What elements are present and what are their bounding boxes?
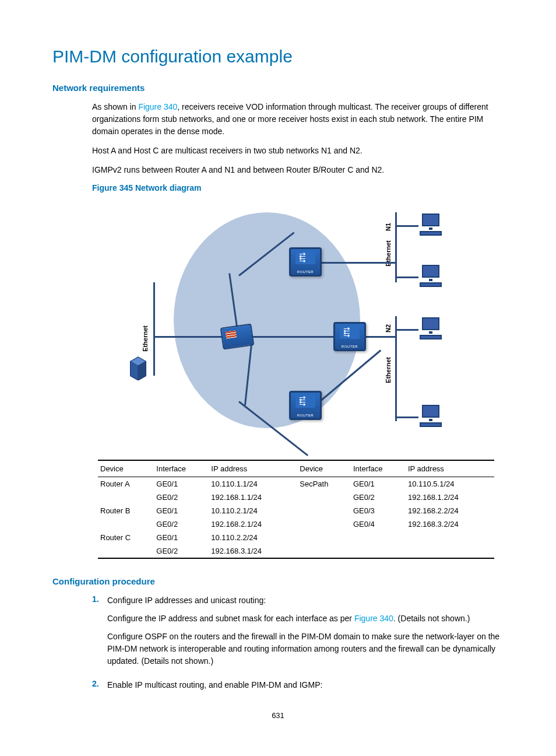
table-cell: GE0/1 — [154, 504, 209, 517]
section-network-requirements: Network requirements — [52, 83, 504, 93]
paragraph-nr1: As shown in Figure 340, receivers receiv… — [92, 101, 504, 138]
table-cell: 10.110.2.1/24 — [209, 504, 297, 517]
router-b-icon: ⇄⇆ROUTER — [333, 322, 366, 351]
table-cell — [351, 544, 406, 558]
host-a-icon — [417, 214, 444, 240]
table-cell: 10.110.5.1/24 — [406, 477, 494, 491]
table-cell: Router B — [98, 504, 154, 517]
link-rb-n2 — [361, 336, 395, 338]
host-b-icon — [417, 265, 444, 292]
th-device-1: Device — [98, 460, 154, 477]
link-n1-vert — [395, 212, 397, 282]
table-cell — [406, 531, 494, 544]
host-c-icon — [417, 317, 444, 344]
table-cell: GE0/1 — [154, 477, 209, 491]
page-title: PIM-DM configuration example — [52, 47, 504, 66]
table-cell — [98, 491, 154, 504]
table-cell: 192.168.1.2/24 — [406, 491, 494, 504]
section-config-procedure: Configuration procedure — [52, 576, 504, 586]
procedure-step-2: 2. Enable IP multicast routing, and enab… — [92, 679, 504, 697]
link-server-firewall — [153, 336, 223, 338]
link-ra-n1 — [321, 262, 395, 264]
table-cell: GE0/4 — [351, 517, 406, 531]
step1-para1: Configure the IP address and subnet mask… — [107, 612, 504, 625]
th-interface-2: Interface — [351, 460, 406, 477]
table-cell — [406, 544, 494, 558]
step1-p1-pre: Configure the IP address and subnet mask… — [107, 614, 354, 623]
table-row: GE0/2192.168.1.1/24GE0/2192.168.1.2/24 — [98, 491, 494, 504]
step1-p1-post: . (Details not shown.) — [393, 614, 470, 623]
page-number: 631 — [52, 711, 504, 720]
table-cell: GE0/1 — [351, 477, 406, 491]
text-nr1-pre: As shown in — [92, 102, 138, 111]
table-cell: 192.168.2.2/24 — [406, 504, 494, 517]
link-n1-host-a — [395, 225, 418, 227]
step1-heading: Configure IP addresses and unicast routi… — [107, 594, 504, 607]
paragraph-nr3: IGMPv2 runs between Router A and N1 and … — [92, 164, 504, 176]
link-n1-host-b — [395, 276, 418, 278]
table-cell: Router C — [98, 531, 154, 544]
step2-heading: Enable IP multicast routing, and enable … — [107, 679, 504, 691]
table-cell: 10.110.2.2/24 — [209, 531, 297, 544]
table-cell — [98, 517, 154, 531]
table-cell: 10.110.1.1/24 — [209, 477, 297, 491]
network-diagram: Ethernet Ethernet Ethernet N1 N2 ⇄⇆ROUTE… — [92, 201, 453, 446]
table-row: GE0/2192.168.3.1/24 — [98, 544, 494, 558]
paragraph-nr2: Host A and Host C are multicast receiver… — [92, 145, 504, 157]
table-cell: GE0/2 — [351, 491, 406, 504]
step1-para2: Configure OSPF on the routers and the fi… — [107, 631, 504, 667]
table-cell — [297, 517, 351, 531]
table-cell: 192.168.2.1/24 — [209, 517, 297, 531]
figure-345-label: Figure 345 Network diagram — [92, 183, 504, 192]
table-cell — [297, 531, 351, 544]
link-figure-340-b[interactable]: Figure 340 — [354, 614, 393, 623]
th-interface-1: Interface — [154, 460, 209, 477]
table-cell — [297, 504, 351, 517]
table-cell: 192.168.3.1/24 — [209, 544, 297, 558]
table-row: Router AGE0/110.110.1.1/24SecPathGE0/110… — [98, 477, 494, 491]
table-cell: SecPath — [297, 477, 351, 491]
pim-domain-ellipse — [174, 212, 360, 428]
router-a-icon: ⇄⇆ROUTER — [289, 247, 322, 276]
th-ip-1: IP address — [209, 460, 297, 477]
table-cell — [297, 544, 351, 558]
table-cell — [351, 531, 406, 544]
table-cell — [297, 491, 351, 504]
table-cell: 192.168.3.2/24 — [406, 517, 494, 531]
firewall-icon — [220, 323, 255, 349]
table-header-row: Device Interface IP address Device Inter… — [98, 460, 494, 477]
step-number-1: 1. — [92, 594, 107, 673]
link-figure-340[interactable]: Figure 340 — [138, 102, 177, 111]
table-cell: GE0/2 — [154, 544, 209, 558]
table-row: Router CGE0/110.110.2.2/24 — [98, 531, 494, 544]
host-d-icon — [417, 405, 444, 432]
th-device-2: Device — [297, 460, 351, 477]
link-left-ethernet — [153, 282, 155, 376]
table-cell: 192.168.1.1/24 — [209, 491, 297, 504]
link-fw-router-b — [248, 336, 347, 338]
table-cell: GE0/2 — [154, 517, 209, 531]
table-cell: Router A — [98, 477, 154, 491]
link-n2-host-d — [395, 416, 418, 418]
table-row: GE0/2192.168.2.1/24GE0/4192.168.3.2/24 — [98, 517, 494, 531]
step-number-2: 2. — [92, 679, 107, 697]
router-c-icon: ⇄⇆ROUTER — [289, 391, 322, 420]
n1-label: N1 — [385, 223, 392, 231]
table-cell: GE0/3 — [351, 504, 406, 517]
th-ip-2: IP address — [406, 460, 494, 477]
ethernet-label-n2-lower: Ethernet — [385, 357, 392, 383]
n2-label: N2 — [385, 324, 392, 332]
server-icon — [127, 355, 149, 380]
table-cell: GE0/2 — [154, 491, 209, 504]
table-cell: GE0/1 — [154, 531, 209, 544]
table-cell — [98, 544, 154, 558]
address-table: Device Interface IP address Device Inter… — [98, 460, 494, 559]
table-row: Router BGE0/110.110.2.1/24GE0/3192.168.2… — [98, 504, 494, 517]
ethernet-label-left: Ethernet — [142, 326, 149, 352]
link-n2-vert — [395, 316, 397, 421]
procedure-step-1: 1. Configure IP addresses and unicast ro… — [92, 594, 504, 673]
link-n2-host-c — [395, 329, 418, 331]
